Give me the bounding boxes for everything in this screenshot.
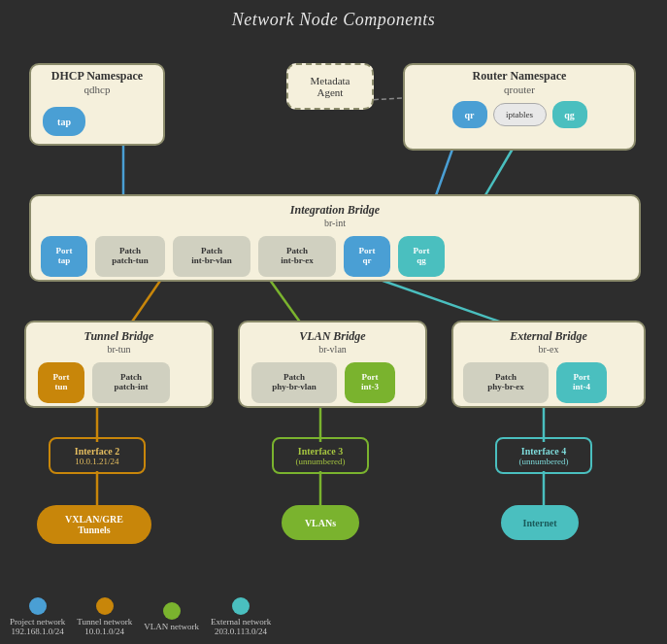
external-bridge: External Bridge br-ex Patch phy-br-ex Po… xyxy=(451,321,646,408)
dhcp-namespace: DHCP Namespace qdhcp tap xyxy=(29,63,165,146)
integration-bridge-title: Integration Bridge xyxy=(290,203,380,217)
integration-bridge: Integration Bridge br-int Port tap Patch… xyxy=(29,194,641,282)
tunnel-bridge: Tunnel Bridge br-tun Port tun Patch patc… xyxy=(24,321,214,408)
legend-project-dot xyxy=(29,597,47,615)
qr-port[interactable]: qr xyxy=(452,101,487,128)
interface3-label: Interface 3 xyxy=(298,446,343,457)
vlans-cloud: VLANs xyxy=(282,505,359,540)
router-ns-sub: qrouter xyxy=(413,84,626,95)
dhcp-ns-sub: qdhcp xyxy=(39,84,155,95)
interface2-label: Interface 2 xyxy=(75,446,119,457)
legend-project-label: Project network 192.168.1.0/24 xyxy=(10,617,65,636)
int-port-qg[interactable]: Port qg xyxy=(398,236,445,277)
qg-port[interactable]: qg xyxy=(552,101,587,128)
legend-vlan-dot xyxy=(163,602,181,620)
legend-tunnel-dot xyxy=(96,597,114,615)
interface3-box: Interface 3 (unnumbered) xyxy=(272,437,369,474)
metadata-agent: Metadata Agent xyxy=(286,63,374,110)
tunnel-bridge-title: Tunnel Bridge xyxy=(84,329,154,343)
legend-vlan: VLAN network xyxy=(144,602,199,631)
legend-external-label: External network 203.0.113.0/24 xyxy=(211,617,271,636)
page-title: Network Node Components xyxy=(0,0,667,30)
iptables: iptables xyxy=(493,103,547,126)
vlan-bridge-title: VLAN Bridge xyxy=(299,329,365,343)
tap-port[interactable]: tap xyxy=(43,107,85,136)
interface4-label: Interface 4 xyxy=(521,446,566,457)
interface4-sub: (unnumbered) xyxy=(519,457,569,466)
vlan-port-int3[interactable]: Port int-3 xyxy=(345,362,395,403)
dhcp-ns-title: DHCP Namespace xyxy=(51,69,143,83)
legend-tunnel-label: Tunnel network 10.0.1.0/24 xyxy=(77,617,132,636)
canvas: Network Node Components DHCP Namespace xyxy=(0,0,667,644)
patch-int-br-vlan-port[interactable]: Patch int-br-vlan xyxy=(173,236,250,277)
tunnel-port-tun[interactable]: Port tun xyxy=(38,362,84,403)
legend: Project network 192.168.1.0/24 Tunnel ne… xyxy=(10,597,657,636)
router-ns-title: Router Namespace xyxy=(473,69,567,83)
external-bridge-title: External Bridge xyxy=(510,329,587,343)
integration-bridge-sub: br-int xyxy=(31,218,639,228)
external-patch-phy[interactable]: Patch phy-br-ex xyxy=(463,362,549,403)
vlan-bridge: VLAN Bridge br-vlan Patch phy-br-vlan Po… xyxy=(238,321,427,408)
internet-cloud: Internet xyxy=(501,505,579,540)
metadata-label: Metadata Agent xyxy=(311,75,350,98)
external-bridge-sub: br-ex xyxy=(453,344,644,355)
vlan-patch-phy[interactable]: Patch phy-br-vlan xyxy=(251,362,337,403)
legend-vlan-label: VLAN network xyxy=(144,622,199,631)
int-port-tap[interactable]: Port tap xyxy=(41,236,87,277)
interface3-sub: (unnumbered) xyxy=(296,457,346,466)
legend-external: External network 203.0.113.0/24 xyxy=(211,597,271,636)
interface2-sub: 10.0.1.21/24 xyxy=(75,457,118,466)
external-port-int4[interactable]: Port int-4 xyxy=(556,362,607,403)
tunnel-bridge-sub: br-tun xyxy=(26,344,212,355)
interface2-box: Interface 2 10.0.1.21/24 xyxy=(49,437,146,474)
legend-external-dot xyxy=(232,597,250,615)
vlan-bridge-sub: br-vlan xyxy=(240,344,425,355)
legend-tunnel: Tunnel network 10.0.1.0/24 xyxy=(77,597,132,636)
legend-project: Project network 192.168.1.0/24 xyxy=(10,597,65,636)
int-port-qr[interactable]: Port qr xyxy=(344,236,390,277)
tunnel-patch-int[interactable]: Patch patch-int xyxy=(92,362,170,403)
vxlan-cloud: VXLAN/GRE Tunnels xyxy=(37,505,151,544)
patch-int-br-ex-port[interactable]: Patch int-br-ex xyxy=(258,236,336,277)
patch-tun-port[interactable]: Patch patch-tun xyxy=(95,236,165,277)
interface4-box: Interface 4 (unnumbered) xyxy=(495,437,592,474)
router-namespace: Router Namespace qrouter qr iptables qg xyxy=(403,63,636,151)
